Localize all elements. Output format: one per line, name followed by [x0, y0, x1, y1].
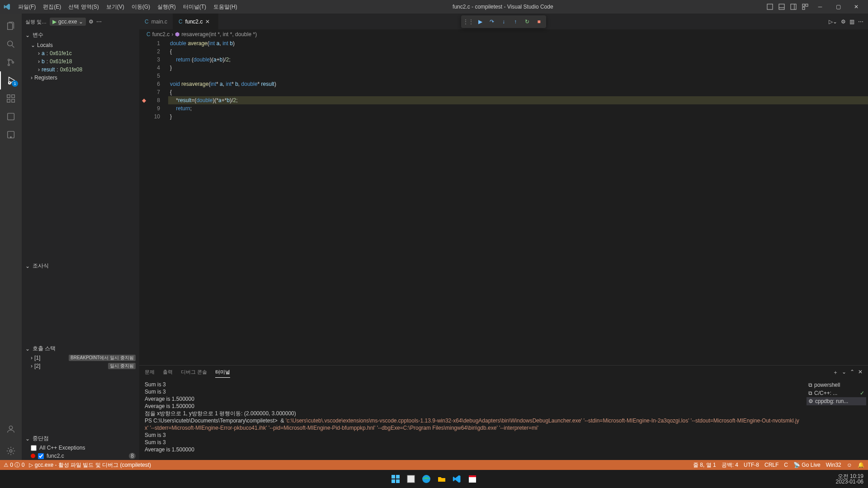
taskbar-vscode-icon[interactable]	[451, 473, 463, 485]
titlebar: 파일(F)편집(E)선택 영역(S)보기(V)이동(G)실행(R)터미널(T)도…	[0, 0, 868, 14]
extensions-icon[interactable]	[0, 89, 22, 108]
svg-point-10	[8, 59, 10, 61]
panel-tab[interactable]: 터미널	[215, 367, 230, 378]
step-out-button[interactable]: ↑	[510, 16, 521, 27]
status-platform[interactable]: Win32	[826, 462, 841, 468]
split-editor-icon[interactable]: ▥	[849, 19, 854, 25]
layout-custom-icon[interactable]	[800, 2, 810, 12]
variable-item[interactable]: ›result: 0x61fe08	[22, 66, 139, 74]
variables-section-header[interactable]: ⌄변수	[22, 30, 139, 40]
maximize-panel-icon[interactable]: ⌃	[850, 369, 854, 376]
menu-item[interactable]: 보기(V)	[103, 1, 128, 13]
layout-panel-icon[interactable]	[777, 2, 787, 12]
more-icon[interactable]: ⋯	[96, 19, 102, 25]
registers-scope[interactable]: ›Registers	[22, 74, 139, 82]
menu-item[interactable]: 도움말(H)	[210, 1, 241, 13]
close-tab-icon[interactable]: ✕	[205, 19, 212, 25]
step-into-button[interactable]: ↓	[498, 16, 509, 27]
code-line: {	[168, 47, 868, 56]
breadcrumb[interactable]: C func2.c › ⬢ resaverage(int *, int *, d…	[139, 29, 868, 39]
stop-button[interactable]: ■	[533, 16, 544, 27]
breakpoint-item[interactable]: All C++ Exceptions	[22, 444, 139, 452]
menu-item[interactable]: 선택 영역(S)	[65, 1, 102, 13]
layout-toggle-icon[interactable]	[765, 2, 775, 12]
status-language[interactable]: C	[784, 462, 788, 468]
stack-frame[interactable]: ›[2]일시 중지됨	[22, 362, 139, 370]
menu-item[interactable]: 파일(F)	[14, 1, 39, 13]
explorer-icon[interactable]	[0, 17, 22, 35]
menu-item[interactable]: 실행(R)	[154, 1, 179, 13]
status-eol[interactable]: CRLF	[764, 462, 778, 468]
editor-tab[interactable]: Cmain.c	[139, 14, 173, 29]
minimize-button[interactable]: ─	[812, 2, 828, 12]
bp-checkbox[interactable]	[31, 445, 37, 451]
more-actions-icon[interactable]: ⋯	[858, 19, 863, 25]
taskbar-edge-icon[interactable]	[420, 473, 433, 485]
debug-sidebar: 실행 및 디... ▶ gcc.exe ⌄ ⚙ ⋯ ⌄변수 ⌄Locals ›a…	[22, 14, 139, 460]
editor-tab-active[interactable]: Cfunc2.c✕	[173, 14, 218, 29]
terminal-line: Sum is 3	[145, 381, 799, 388]
taskbar-app-icon[interactable]	[405, 473, 417, 485]
menu-item[interactable]: 편집(E)	[39, 1, 65, 13]
terminal-line: PS C:\Users\cuteb\Documents\Temporary\co…	[145, 417, 799, 432]
panel-tab[interactable]: 문제	[145, 367, 155, 378]
code-editor[interactable]: 1234567◆8910 double average(int a, int b…	[139, 39, 868, 365]
gear-icon[interactable]: ⚙	[89, 19, 94, 25]
layout-side-icon[interactable]	[788, 2, 798, 12]
start-button[interactable]	[389, 473, 402, 485]
extra-icon-1[interactable]	[0, 108, 22, 126]
taskbar-app2-icon[interactable]	[466, 473, 479, 485]
watch-section-header[interactable]: ⌄조사식	[22, 261, 139, 271]
breakpoint-item[interactable]: func2.c8	[22, 452, 139, 460]
status-golive[interactable]: 📡 Go Live	[793, 462, 821, 468]
status-cursor[interactable]: 줄 8, 열 1	[693, 461, 716, 469]
svg-rect-6	[806, 4, 808, 6]
svg-rect-27	[407, 475, 415, 483]
debug-icon: ▷	[29, 462, 33, 468]
drag-handle-icon[interactable]: ⋮⋮	[463, 16, 474, 27]
account-icon[interactable]	[0, 420, 22, 438]
run-action-icon[interactable]: ▷⌄	[829, 19, 837, 25]
search-icon[interactable]	[0, 35, 22, 53]
source-control-icon[interactable]	[0, 53, 22, 71]
callstack-section-header[interactable]: ⌄호출 스택	[22, 343, 139, 354]
taskbar-explorer-icon[interactable]	[435, 473, 448, 485]
terminal-item[interactable]: ⚙cppdbg: run...	[807, 397, 866, 405]
close-panel-icon[interactable]: ✕	[858, 369, 863, 376]
continue-button[interactable]: ▶	[475, 16, 486, 27]
status-debug-config[interactable]: ▷ gcc.exe - 활성 파일 빌드 및 디버그 (compiletest)	[29, 461, 151, 469]
terminal-item[interactable]: ⧉powershell	[807, 381, 866, 389]
callstack-list: ›[1]BREAKPOINT에서 일시 중지됨 ›[2]일시 중지됨	[22, 354, 139, 370]
breakpoints-section-header[interactable]: ⌄중단점	[22, 433, 139, 444]
run-debug-icon[interactable]: 1	[0, 71, 22, 89]
menu-item[interactable]: 터미널(T)	[179, 1, 210, 13]
variable-item[interactable]: ›b: 0x61fe18	[22, 57, 139, 66]
maximize-button[interactable]: ▢	[830, 2, 846, 12]
terminal-dropdown-icon[interactable]: ⌄	[842, 369, 846, 376]
stack-frame[interactable]: ›[1]BREAKPOINT에서 일시 중지됨	[22, 354, 139, 362]
restart-button[interactable]: ↻	[522, 16, 533, 27]
menu-item[interactable]: 이동(G)	[128, 1, 154, 13]
locals-scope[interactable]: ⌄Locals	[22, 41, 139, 49]
svg-rect-14	[7, 95, 10, 98]
panel-tab[interactable]: 출력	[163, 367, 173, 378]
variable-item[interactable]: ›a: 0x61fe1c	[22, 49, 139, 57]
debug-config-selector[interactable]: ▶ gcc.exe ⌄	[50, 18, 86, 26]
terminal-output[interactable]: Sum is 3Sum is 3Average is 1.500000Avera…	[139, 379, 805, 460]
step-over-button[interactable]: ↷	[486, 16, 497, 27]
system-tray[interactable]: 오전 10:19 2023-01-06	[836, 474, 863, 484]
status-encoding[interactable]: UTF-8	[744, 462, 759, 468]
new-terminal-icon[interactable]: ＋	[833, 369, 838, 376]
close-button[interactable]: ✕	[848, 2, 864, 12]
panel-tab[interactable]: 디버그 콘솔	[181, 367, 207, 378]
breakpoint-marker-icon[interactable]: ◆	[142, 96, 146, 104]
bp-checkbox[interactable]	[38, 453, 44, 459]
status-bell-icon[interactable]: 🔔	[858, 462, 864, 468]
status-errors[interactable]: ⚠ 0 ⓘ 0	[4, 461, 24, 469]
extra-icon-2[interactable]	[0, 126, 22, 144]
status-feedback-icon[interactable]: ☺	[847, 462, 852, 468]
run-settings-icon[interactable]: ⚙	[841, 19, 846, 25]
status-indent[interactable]: 공백: 4	[722, 461, 738, 469]
settings-gear-icon[interactable]	[0, 442, 22, 460]
terminal-item[interactable]: ⧉C/C++: ...✓	[807, 389, 866, 397]
